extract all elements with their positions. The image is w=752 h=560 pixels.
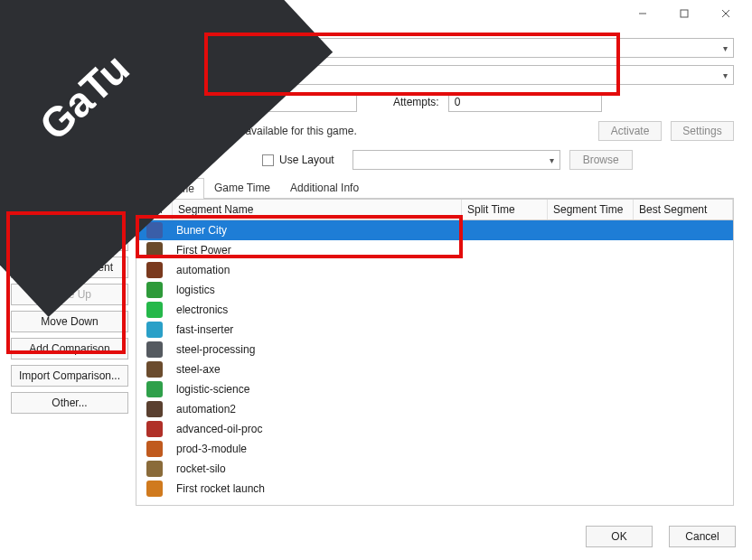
segment-name: advanced-oil-proc [173, 423, 462, 435]
segment-icon [136, 222, 173, 238]
segment-icon [136, 262, 173, 278]
segment-name: steel-processing [173, 343, 462, 356]
other--button[interactable]: Other... [11, 392, 128, 414]
segment-name: First rocket launch [173, 482, 462, 495]
window-title: Splits Editor [24, 7, 81, 20]
col-split[interactable]: Split Time [462, 200, 548, 219]
add-comparison-button[interactable]: Add Comparison [11, 338, 128, 359]
attempts-label: Attempts: [393, 96, 439, 108]
tab-game-time[interactable]: Game Time [204, 177, 280, 198]
col-icon[interactable]: Icon [136, 200, 173, 219]
segment-name: fast-inserter [173, 323, 462, 336]
settings-button[interactable]: Settings [671, 121, 734, 141]
col-name[interactable]: Segment Name [173, 200, 462, 219]
category-label: Category: [127, 69, 203, 81]
segment-name: First Power [173, 244, 462, 257]
tab-real-time[interactable]: Real Time [136, 178, 204, 199]
category-combo[interactable]: Any% ▾ [203, 65, 734, 85]
segment-name: automation [173, 264, 462, 276]
segment-table-header: Icon Segment Name Split Time Segment Tim… [136, 200, 733, 220]
game-name-label: Game Name: [127, 42, 203, 54]
segment-icon [136, 361, 173, 378]
segment-row[interactable]: electronics [136, 300, 733, 320]
segment-row[interactable]: Buner City [136, 220, 733, 240]
segment-icon [136, 242, 173, 258]
remove-segment-button[interactable]: Remove Segment [11, 257, 128, 278]
gear-icon [34, 54, 98, 117]
import-comparison--button[interactable]: Import Comparison... [11, 365, 128, 387]
tab-additional-info[interactable]: Additional Info [280, 177, 369, 198]
segment-name: automation2 [173, 403, 462, 415]
segment-row[interactable]: advanced-oil-proc [136, 419, 733, 439]
segment-row[interactable]: rocket-silo [136, 459, 733, 479]
segment-name: prod-3-module [173, 443, 462, 455]
segment-icon [136, 481, 173, 497]
chevron-down-icon: ▾ [550, 155, 554, 165]
segment-name: steel-axe [173, 363, 462, 376]
ok-button[interactable]: OK [586, 526, 653, 547]
maximize-button[interactable] [663, 0, 705, 27]
segment-side-buttons: Insert AboveInsert BelowRemove SegmentMo… [11, 199, 128, 506]
move-up-button: Move Up [11, 284, 128, 305]
segment-icon [136, 421, 173, 437]
chevron-down-icon: ▾ [723, 70, 728, 80]
segment-icon [136, 322, 173, 338]
segment-row[interactable]: steel-axe [136, 359, 733, 379]
browse-button[interactable]: Browse [569, 150, 633, 170]
start-timer-input[interactable]: 0.00 [203, 92, 357, 112]
cancel-button[interactable]: Cancel [669, 526, 736, 547]
segment-icon [136, 282, 173, 298]
segment-name: logistics [173, 284, 462, 296]
insert-below-button[interactable]: Insert Below [11, 229, 128, 251]
titlebar: Splits Editor [0, 0, 752, 27]
activate-button[interactable]: Activate [598, 121, 662, 141]
segment-row[interactable]: logistics [136, 280, 733, 300]
segment-row[interactable]: fast-inserter [136, 320, 733, 340]
segment-icon [136, 401, 173, 417]
segment-icon [136, 461, 173, 477]
close-button[interactable] [705, 0, 747, 27]
autosplitter-message: There is no Auto Splitter available for … [127, 125, 589, 137]
segment-tabs: Real TimeGame TimeAdditional Info [136, 177, 734, 199]
segment-row[interactable]: logistic-science [136, 379, 733, 399]
segment-table: Icon Segment Name Split Time Segment Tim… [136, 199, 734, 506]
start-timer-label: Start Timer at: [127, 96, 203, 108]
segment-name: logistic-science [173, 383, 462, 396]
segment-icon [136, 302, 173, 318]
game-name-value: Factorio [210, 42, 723, 54]
chevron-down-icon: ▾ [723, 43, 728, 53]
use-layout-checkbox[interactable] [262, 154, 274, 166]
segment-row[interactable]: First Power [136, 240, 733, 260]
col-best[interactable]: Best Segment [634, 200, 733, 219]
minimize-button[interactable] [622, 0, 663, 27]
layout-path-combo[interactable]: ▾ [352, 150, 560, 170]
segment-row[interactable]: steel-processing [136, 340, 733, 359]
segment-row[interactable]: automation [136, 260, 733, 280]
segment-name: rocket-silo [173, 462, 462, 475]
segment-icon [136, 381, 173, 397]
svg-rect-1 [681, 10, 688, 17]
attempts-input[interactable]: 0 [448, 92, 602, 112]
game-name-combo[interactable]: Factorio ▾ [203, 38, 734, 58]
segment-icon [136, 341, 173, 358]
use-layout-label: Use Layout [279, 154, 334, 166]
col-segment[interactable]: Segment Time [548, 200, 634, 219]
segment-row[interactable]: First rocket launch [136, 479, 733, 499]
app-icon [5, 7, 18, 20]
game-icon[interactable] [16, 36, 116, 135]
category-value: Any% [210, 69, 723, 81]
segment-icon [136, 441, 173, 457]
insert-above-button[interactable]: Insert Above [11, 202, 128, 224]
segment-name: electronics [173, 303, 462, 316]
move-down-button[interactable]: Move Down [11, 311, 128, 332]
segment-name: Buner City [173, 224, 462, 237]
segment-row[interactable]: automation2 [136, 399, 733, 419]
segment-row[interactable]: prod-3-module [136, 439, 733, 459]
